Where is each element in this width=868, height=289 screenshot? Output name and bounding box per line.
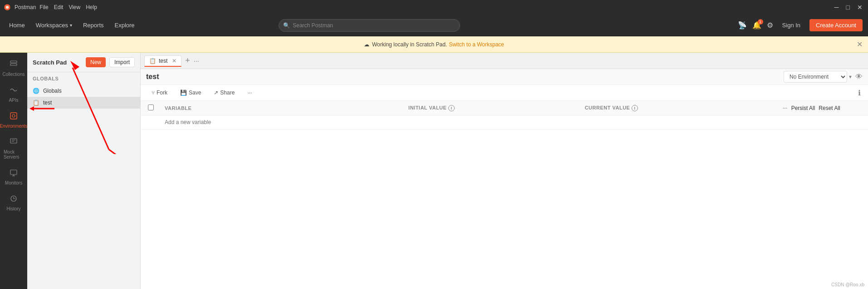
banner-message: Working locally in Scratch Pad. — [372, 41, 447, 48]
monitors-label: Monitors — [5, 180, 22, 185]
sidebar-item-environments[interactable]: Environments — [2, 108, 25, 132]
eye-icon[interactable]: 👁 — [855, 73, 863, 81]
col-header-actions: ··· Persist All Reset All — [777, 101, 868, 115]
current-value-info-icon[interactable]: i — [632, 105, 638, 111]
monitors-icon — [10, 169, 18, 179]
new-environment-button[interactable]: New — [86, 57, 106, 67]
apis-label: APIs — [9, 98, 18, 103]
svg-rect-2 — [10, 61, 17, 63]
bell-icon[interactable]: 🔔 1 — [752, 21, 761, 30]
add-current-value-cell[interactable] — [579, 115, 777, 130]
search-icon: 🔍 — [283, 22, 290, 29]
main-layout: Collections APIs Environments — [0, 53, 868, 289]
persist-all-button[interactable]: Persist All — [791, 105, 815, 111]
search-input[interactable] — [279, 19, 460, 32]
collections-label: Collections — [3, 72, 25, 77]
sidebar-item-history[interactable]: History — [2, 191, 25, 215]
sidebar-item-mock-servers[interactable]: Mock Servers — [2, 134, 25, 163]
add-row-actions-cell — [777, 115, 868, 130]
select-all-checkbox[interactable] — [148, 105, 154, 110]
tab-icon: 📋 — [149, 58, 156, 64]
content-topbar: test No Environment ▾ 👁 — [141, 69, 868, 85]
env-dropdown-chevron-icon: ▾ — [849, 74, 852, 80]
environments-label: Environments — [0, 124, 28, 129]
titlebar-menu: File Edit View Help — [39, 4, 97, 10]
svg-rect-9 — [10, 170, 17, 174]
tab-more-button[interactable]: ··· — [194, 57, 199, 65]
menu-help[interactable]: Help — [86, 4, 97, 10]
title-bar: Postman File Edit View Help ─ □ ✕ — [0, 0, 868, 15]
add-row-checkbox-cell — [141, 115, 159, 130]
collections-icon — [10, 60, 18, 70]
col-header-current-value: CURRENT VALUE i — [579, 101, 777, 115]
tab-test[interactable]: 📋 test ✕ — [144, 55, 181, 67]
cloud-icon: ☁ — [364, 41, 369, 48]
minimize-button[interactable]: ─ — [833, 4, 841, 11]
window-controls: ─ □ ✕ — [833, 4, 864, 11]
test-env-icon: 📋 — [33, 100, 39, 106]
nav-reports[interactable]: Reports — [79, 20, 108, 30]
sign-in-button[interactable]: Sign In — [779, 20, 804, 30]
nav-explore[interactable]: Explore — [111, 20, 138, 30]
mock-servers-icon — [10, 138, 18, 148]
tab-label: test — [159, 58, 167, 64]
add-initial-value-cell[interactable] — [403, 115, 579, 130]
sidebar-item-collections[interactable]: Collections — [2, 56, 25, 80]
close-banner-button[interactable]: ✕ — [857, 40, 863, 49]
more-actions-button[interactable]: ··· — [244, 88, 255, 98]
add-variable-row[interactable] — [141, 115, 868, 130]
create-account-button[interactable]: Create Account — [809, 19, 863, 31]
svg-point-1 — [6, 6, 9, 9]
test-environment-item[interactable]: 📋 test — [27, 97, 140, 109]
satellite-icon[interactable]: 📡 — [738, 21, 747, 30]
settings-icon[interactable]: ⚙ — [767, 21, 773, 30]
info-icon[interactable]: ℹ — [858, 89, 861, 97]
add-variable-input-cell[interactable] — [159, 115, 403, 130]
tab-bar: 📋 test ✕ + ··· — [141, 53, 868, 69]
menu-edit[interactable]: Edit — [54, 4, 64, 10]
save-icon: 💾 — [180, 90, 187, 96]
test-env-label: test — [43, 100, 52, 106]
col-header-checkbox — [141, 101, 159, 115]
col-header-variable: VARIABLE — [159, 101, 403, 115]
scratch-pad-banner: ☁ Working locally in Scratch Pad. Switch… — [0, 36, 868, 53]
initial-value-info-icon[interactable]: i — [448, 105, 455, 111]
env-dropdown-area: No Environment ▾ — [784, 71, 852, 83]
globals-label: Globals — [43, 88, 62, 94]
switch-workspace-link[interactable]: Switch to a Workspace — [449, 41, 504, 48]
footer-text: CSDN @Roo.xb — [831, 282, 864, 287]
main-toolbar: Home Workspaces ▾ Reports Explore 🔍 📡 🔔 … — [0, 15, 868, 36]
svg-point-5 — [12, 115, 15, 117]
more-col-button[interactable]: ··· — [783, 105, 788, 111]
search-container: 🔍 — [279, 19, 460, 32]
history-label: History — [6, 206, 20, 211]
menu-file[interactable]: File — [39, 4, 48, 10]
import-environment-button[interactable]: Import — [109, 57, 135, 67]
add-tab-button[interactable]: + — [183, 56, 192, 65]
sidebar-icon-rail: Collections APIs Environments — [0, 53, 27, 289]
fork-button[interactable]: ⑂ Fork — [148, 88, 171, 98]
maximize-button[interactable]: □ — [844, 4, 852, 11]
environments-panel: Scratch Pad New Import Globals 🌐 Globals… — [27, 53, 141, 289]
share-button[interactable]: ↗ Share — [210, 88, 238, 98]
sidebar-item-apis[interactable]: APIs — [2, 82, 25, 106]
persist-reset-area: ··· Persist All Reset All — [783, 105, 863, 111]
svg-line-17 — [109, 149, 141, 154]
fork-icon: ⑂ — [152, 90, 155, 96]
share-icon: ↗ — [214, 90, 218, 96]
globals-item[interactable]: 🌐 Globals — [27, 85, 140, 97]
add-variable-input[interactable] — [165, 119, 397, 125]
postman-logo-icon — [4, 4, 11, 11]
sidebar-item-monitors[interactable]: Monitors — [2, 165, 25, 189]
nav-home[interactable]: Home — [5, 20, 29, 30]
close-button[interactable]: ✕ — [855, 4, 864, 11]
tab-close-button[interactable]: ✕ — [172, 58, 177, 64]
menu-view[interactable]: View — [69, 4, 80, 10]
svg-rect-4 — [10, 113, 17, 119]
environment-selector[interactable]: No Environment — [784, 71, 847, 83]
action-bar: ⑂ Fork 💾 Save ↗ Share ··· ℹ — [141, 85, 868, 101]
reset-all-button[interactable]: Reset All — [819, 105, 840, 111]
nav-workspaces[interactable]: Workspaces ▾ — [32, 20, 76, 30]
save-button[interactable]: 💾 Save — [177, 88, 205, 98]
svg-rect-3 — [10, 64, 17, 65]
